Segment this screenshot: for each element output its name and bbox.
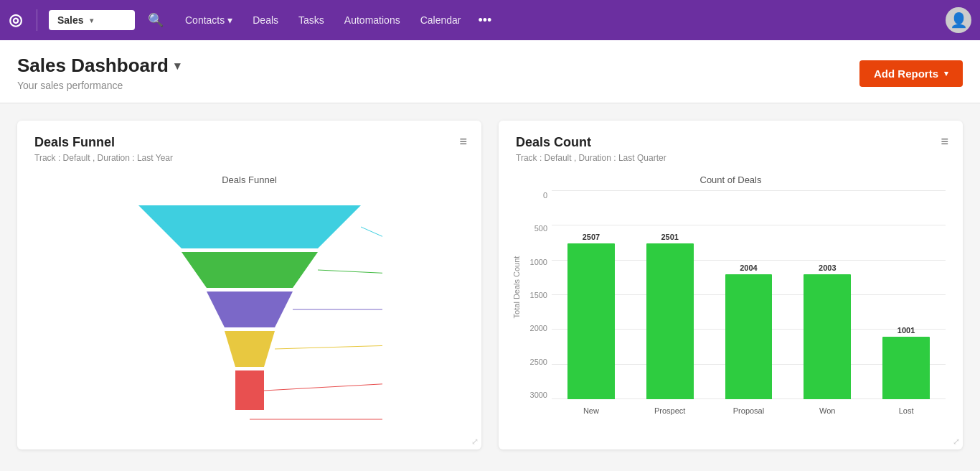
funnel-card: Deals Funnel Track : Default , Duration … xyxy=(17,121,481,449)
y-axis-label: 1000 xyxy=(516,258,552,266)
y-axis-label: 2500 xyxy=(516,358,552,366)
y-axis-label: 3000 xyxy=(516,391,552,399)
nav-deals[interactable]: Deals xyxy=(244,10,287,30)
svg-line-9 xyxy=(264,383,382,391)
y-axis-label: 2000 xyxy=(516,324,552,332)
bar-value-label: 1001 xyxy=(897,326,915,335)
navbar-divider xyxy=(37,9,37,31)
main-nav: Contacts ▾ Deals Tasks Automations Calen… xyxy=(176,9,940,32)
funnel-card-subtitle: Track : Default , Duration : Last Year xyxy=(34,153,464,163)
sales-dropdown-label: Sales xyxy=(57,14,84,26)
funnel-menu-icon[interactable]: ≡ xyxy=(459,135,467,148)
bar-rect[interactable] xyxy=(804,274,851,399)
bar-value-label: 2003 xyxy=(819,264,836,272)
funnel-inner-title: Deals Funnel xyxy=(34,174,464,185)
add-reports-chevron-icon: ▾ xyxy=(944,69,948,78)
main-content: Deals Funnel Track : Default , Duration … xyxy=(0,103,980,467)
funnel-card-title: Deals Funnel xyxy=(34,135,464,150)
bar-rect[interactable] xyxy=(725,274,773,399)
nav-tasks[interactable]: Tasks xyxy=(290,10,333,30)
bar-x-label: Lost xyxy=(899,406,914,415)
bar-value-label: 2501 xyxy=(661,233,678,241)
page-title-area: Sales Dashboard ▾ Your sales performance xyxy=(17,55,180,91)
bar-x-label: New xyxy=(583,406,599,415)
svg-line-5 xyxy=(361,227,382,241)
bar-group: 1001Lost xyxy=(867,191,946,399)
page-subtitle: Your sales performance xyxy=(17,80,180,91)
avatar[interactable]: 👤 xyxy=(946,7,971,33)
y-axis-label: 0 xyxy=(516,191,552,200)
svg-marker-0 xyxy=(138,205,361,248)
bar-rect[interactable] xyxy=(882,337,930,399)
sales-dropdown[interactable]: Sales ▾ xyxy=(49,10,135,30)
deals-count-card: Deals Count Track : Default , Duration :… xyxy=(499,121,963,449)
y-axis-label: 1500 xyxy=(516,291,552,299)
svg-line-6 xyxy=(318,270,382,274)
bar-value-label: 2004 xyxy=(740,264,757,272)
deals-count-subtitle: Track : Default , Duration : Last Quarte… xyxy=(516,153,946,163)
app-logo-icon: ◎ xyxy=(9,11,22,29)
svg-marker-2 xyxy=(207,292,293,327)
scroll-indicator: ⤢ xyxy=(471,437,479,447)
title-chevron-down-icon[interactable]: ▾ xyxy=(174,59,180,73)
bar-chart-area: Total Deals Count 3000250020001500100050… xyxy=(516,191,946,421)
y-axis: 300025002000150010005000 xyxy=(516,191,552,399)
bars-container: 2507New2501Prospect2004Proposal2003Won10… xyxy=(552,191,946,399)
svg-line-8 xyxy=(275,345,382,349)
svg-marker-3 xyxy=(225,331,275,367)
svg-marker-1 xyxy=(182,252,318,288)
funnel-svg: New (24) Prospect (10) Proposal (14) Won… xyxy=(117,198,382,428)
bar-group: 2004Proposal xyxy=(710,191,788,399)
nav-calendar[interactable]: Calendar xyxy=(412,10,470,30)
deals-count-title: Deals Count xyxy=(516,135,946,150)
bar-group: 2507New xyxy=(552,191,631,399)
search-icon[interactable]: 🔍 xyxy=(141,8,171,32)
chevron-down-icon: ▾ xyxy=(90,17,93,24)
page-title: Sales Dashboard ▾ xyxy=(17,55,180,77)
y-axis-label: 500 xyxy=(516,224,552,233)
bar-group: 2003Won xyxy=(788,191,867,399)
nav-contacts[interactable]: Contacts ▾ xyxy=(176,10,241,30)
bar-x-label: Prospect xyxy=(654,406,685,415)
chevron-down-icon: ▾ xyxy=(227,14,232,26)
add-reports-button[interactable]: Add Reports ▾ xyxy=(859,60,963,87)
more-options-icon[interactable]: ••• xyxy=(473,9,498,32)
bar-x-label: Proposal xyxy=(733,406,764,415)
bar-x-label: Won xyxy=(819,406,835,415)
bar-value-label: 2507 xyxy=(583,233,600,241)
funnel-chart: New (24) Prospect (10) Proposal (14) Won… xyxy=(34,191,464,435)
deals-count-inner-title: Count of Deals xyxy=(516,174,946,185)
bar-rect[interactable] xyxy=(646,243,694,399)
page-header: Sales Dashboard ▾ Your sales performance… xyxy=(0,40,980,103)
bar-group: 2501Prospect xyxy=(631,191,710,399)
svg-marker-4 xyxy=(235,370,264,410)
navbar: ◎ Sales ▾ 🔍 Contacts ▾ Deals Tasks Autom… xyxy=(0,0,980,40)
deals-count-menu-icon[interactable]: ≡ xyxy=(941,135,948,148)
scroll-indicator-2: ⤢ xyxy=(953,437,960,447)
bar-rect[interactable] xyxy=(567,243,615,399)
nav-automations[interactable]: Automations xyxy=(336,10,409,30)
